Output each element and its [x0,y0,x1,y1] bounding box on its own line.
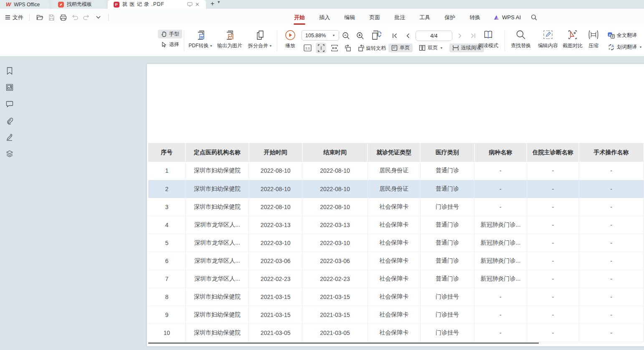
rotate-doc-label[interactable]: 旋转文档 [366,45,386,51]
menu-tab-page[interactable]: 页面 [362,10,387,26]
table-cell: - [579,270,644,288]
rotate-right-button[interactable] [356,43,366,53]
edit-content-button[interactable]: 编辑内容 [535,30,561,49]
wps-ai-logo-icon [493,15,500,20]
rotate-doc-preview-button[interactable] [371,30,383,41]
menu-tab-insert[interactable]: 插入 [312,10,337,26]
open-file-button[interactable] [35,13,44,22]
screenshot-compare-button[interactable]: 截图对比 [560,30,586,49]
column-header: 结束时间 [302,143,368,162]
table-cell: 门诊挂号 [420,288,474,306]
quick-access-toolbar: 文件 [0,13,111,22]
zoom-in-button[interactable] [355,31,365,41]
table-cell: 普通门诊 [420,180,474,198]
close-tab-icon[interactable]: ✕ [195,1,200,8]
table-cell: 9 [148,306,185,324]
save-button[interactable] [47,13,56,22]
search-icon [531,14,537,20]
table-row: 2深圳市妇幼保健院2022-08-102022-08-10居民身份证普通门诊--… [148,180,644,198]
last-page-button[interactable] [468,31,478,41]
wps-ai-button[interactable]: WPS AI [487,14,527,20]
fit-width-button[interactable] [329,43,340,53]
table-cell: 居民身份证 [368,162,420,180]
menu-tab-protect[interactable]: 保护 [437,10,462,26]
table-cell: - [474,162,527,180]
zoom-out-icon [342,32,350,40]
menu-tab-comment[interactable]: 批注 [387,10,412,26]
quick-access-more-chevron-icon[interactable] [94,13,102,22]
table-cell: 2022-03-06 [302,252,368,270]
select-tool-button[interactable]: 选择 [158,40,182,49]
file-menu-button[interactable]: 文件 [5,14,23,21]
menu-tab-tools[interactable]: 工具 [412,10,437,26]
monitor-icon[interactable] [187,2,193,7]
play-icon [285,30,296,41]
screenshot-compare-icon [567,30,578,40]
table-row: 1深圳市妇幼保健院2022-08-102022-08-10居民身份证普通门诊--… [148,162,644,180]
tab-document-pdf[interactable]: P 就 医 记 录 .PDF ✕ [108,0,206,9]
pdf-convert-button[interactable]: W PDF转换▼ [187,30,214,49]
export-image-button[interactable]: 输出为图片 [216,30,244,49]
single-page-button[interactable]: 单页 [388,43,413,52]
tab-docer-templates[interactable]: 找稻壳模板 [52,0,106,9]
print-button[interactable] [59,13,67,22]
play-label: 播放 [285,42,295,49]
zoom-out-button[interactable] [341,31,351,41]
table-row: 8深圳市妇幼保健院2021-03-152021-03-15社会保障卡门诊挂号--… [148,288,644,306]
thumbnails-panel-button[interactable] [5,83,14,92]
play-button[interactable]: 播放 [282,30,299,49]
redo-button[interactable] [82,13,91,22]
table-cell: 2021-03-05 [302,324,368,342]
table-cell: 普通门诊 [420,162,474,180]
next-page-button[interactable] [455,31,465,41]
previous-page-button[interactable] [403,31,413,41]
find-replace-button[interactable]: 查找替换 [508,30,534,49]
wps-ai-label: WPS AI [502,14,521,20]
actual-size-button[interactable]: 1:1 [302,43,313,53]
tab-list-chevron-icon[interactable]: ▼ [217,0,223,9]
ribbon-search-button[interactable] [527,14,541,20]
table-cell: 社会保障卡 [368,198,420,216]
read-mode-button[interactable]: 阅读模式 [477,30,499,49]
fit-page-button[interactable] [316,43,326,53]
menu-tab-convert[interactable]: 转换 [462,10,487,26]
menu-tab-home[interactable]: 开始 [287,10,312,26]
word-translate-button[interactable]: A x 划词翻译 ▼ [605,43,644,51]
table-cell: 社会保障卡 [368,324,420,342]
column-header: 开始时间 [249,143,302,162]
rotate-left-icon [344,44,352,52]
split-merge-button[interactable]: 拆分合并▼ [246,30,274,49]
hand-tool-button[interactable]: 手型 [158,30,182,38]
table-cell: - [527,288,579,306]
bookmarks-panel-button[interactable] [5,66,14,75]
chevron-down-icon: ▼ [269,44,272,47]
layers-panel-button[interactable] [5,149,14,158]
rotate-left-button[interactable] [342,43,353,53]
table-cell: 深圳市龙华区人... [185,252,249,270]
table-cell: 深圳市妇幼保健院 [185,180,249,198]
double-page-button[interactable]: 双页 ▼ [416,43,446,52]
undo-button[interactable] [71,13,79,22]
chevron-down-icon: ▼ [332,34,335,37]
table-cell: 2022-08-10 [249,162,302,180]
pdf-file-icon: P [114,2,119,8]
cursor-icon [161,41,167,48]
compress-button[interactable]: 压缩 [586,30,601,49]
column-header: 序号 [148,143,185,162]
menu-tab-edit[interactable]: 编辑 [337,10,362,26]
document-view[interactable]: 序号定点医药机构名称开始时间结束时间就诊凭证类型医疗类别病种名称住院主诊断名称手… [19,56,644,350]
tab-wps-home[interactable]: W WPS Office [0,0,49,9]
column-header: 就诊凭证类型 [368,143,420,162]
comments-panel-button[interactable] [5,100,14,108]
zoom-level-dropdown[interactable]: 105.88% ▼ [302,30,339,41]
annotate-pen-button[interactable] [5,133,14,141]
first-page-button[interactable] [390,31,400,41]
table-cell: 新冠肺炎门诊... [474,252,527,270]
new-tab-button[interactable]: + [208,0,217,9]
attachments-panel-button[interactable] [5,116,14,125]
save-icon [48,14,55,21]
full-translate-button[interactable]: A 全文翻译 [605,31,644,40]
find-replace-icon [516,30,526,40]
page-number-input[interactable]: 4/4 [416,31,452,41]
bookmark-icon [6,67,13,75]
